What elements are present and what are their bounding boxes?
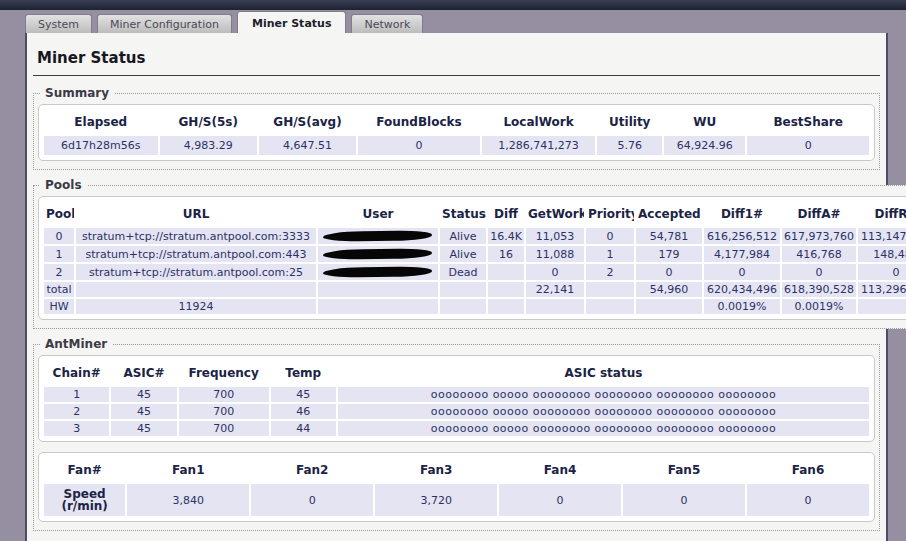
pool-1-user bbox=[318, 246, 438, 262]
pools-header-diffa: DiffA# bbox=[782, 202, 856, 226]
pool-1-id: 1 bbox=[44, 246, 74, 262]
pool-0-diffa: 617,973,760 bbox=[782, 228, 856, 244]
chain-2-temp: 46 bbox=[271, 404, 336, 419]
summary-header-wu: WU bbox=[664, 110, 745, 134]
pool-hw-value: 11924 bbox=[76, 299, 316, 314]
fan2-speed: 0 bbox=[251, 484, 373, 516]
redacted-user-marker bbox=[323, 248, 432, 259]
pools-header-status: Status bbox=[440, 202, 486, 226]
pool-hw-getworks bbox=[526, 299, 584, 314]
pool-total-diff1: 620,434,496 bbox=[704, 282, 780, 297]
summary-header-localwork: LocalWork bbox=[482, 110, 596, 134]
chain-table: Chain# ASIC# Frequency Temp ASIC status … bbox=[42, 359, 871, 438]
pool-1-diffr: 148,480 bbox=[858, 246, 906, 262]
tab-miner-status[interactable]: Miner Status bbox=[237, 11, 347, 33]
pool-2-getworks: 0 bbox=[526, 264, 584, 280]
pool-1-priority: 1 bbox=[586, 246, 634, 262]
pool-total-getworks: 22,141 bbox=[526, 282, 584, 297]
pools-header-pool: Pool bbox=[44, 202, 74, 226]
fan5-speed: 0 bbox=[623, 484, 745, 516]
summary-value-ghs5s: 4,983.29 bbox=[160, 136, 257, 155]
fan-table-wrapper: Fan# Fan1 Fan2 Fan3 Fan4 Fan5 Fan6 Speed… bbox=[38, 452, 875, 522]
chain-header-asic-status: ASIC status bbox=[338, 361, 869, 385]
pool-row-0: 0 stratum+tcp://stratum.antpool.com:3333… bbox=[44, 228, 906, 244]
pool-total-user bbox=[318, 282, 438, 297]
chain-row-3: 3 45 700 44 oooooooo ooooo oooooooo oooo… bbox=[44, 421, 869, 436]
pool-2-diffa: 0 bbox=[782, 264, 856, 280]
tab-network[interactable]: Network bbox=[351, 14, 423, 33]
summary-header-elapsed: Elapsed bbox=[44, 110, 158, 134]
pool-1-accepted: 179 bbox=[636, 246, 702, 262]
pool-hw-row: HW 11924 0.0019% 0.0019% bbox=[44, 299, 906, 314]
pool-2-status: Dead bbox=[440, 264, 486, 280]
pools-table: Pool URL User Status Diff GetWorks Prior… bbox=[42, 200, 906, 316]
chain-3-id: 3 bbox=[44, 421, 109, 436]
summary-section: Summary Elapsed GH/S(5s) GH/S(avg) Found… bbox=[33, 86, 880, 170]
chain-header-temp: Temp bbox=[271, 361, 336, 385]
fan6-speed: 0 bbox=[747, 484, 869, 516]
summary-header-ghsavg: GH/S(avg) bbox=[259, 110, 356, 134]
pools-header-diff1: Diff1# bbox=[704, 202, 780, 226]
tab-bar: System Miner Configuration Miner Status … bbox=[25, 13, 906, 33]
pool-total-diff bbox=[488, 282, 524, 297]
fan-header-fan6: Fan6 bbox=[747, 458, 869, 482]
pool-hw-diffr bbox=[858, 299, 906, 314]
chain-1-frequency: 700 bbox=[179, 387, 269, 402]
chain-3-asic-status: oooooooo ooooo oooooooo oooooooo ooooooo… bbox=[338, 421, 869, 436]
summary-table: Elapsed GH/S(5s) GH/S(avg) FoundBlocks L… bbox=[42, 108, 871, 157]
tab-system[interactable]: System bbox=[25, 14, 92, 33]
fan-table: Fan# Fan1 Fan2 Fan3 Fan4 Fan5 Fan6 Speed… bbox=[42, 456, 871, 518]
pool-hw-diff bbox=[488, 299, 524, 314]
chain-2-asic-status: oooooooo ooooo oooooooo oooooooo ooooooo… bbox=[338, 404, 869, 419]
fan-header-fan2: Fan2 bbox=[251, 458, 373, 482]
pools-header-row: Pool URL User Status Diff GetWorks Prior… bbox=[44, 202, 906, 226]
pool-hw-accepted bbox=[636, 299, 702, 314]
summary-value-ghsavg: 4,647.51 bbox=[259, 136, 356, 155]
pool-0-getworks: 11,053 bbox=[526, 228, 584, 244]
chain-3-frequency: 700 bbox=[179, 421, 269, 436]
pools-header-diffr: DiffR# bbox=[858, 202, 906, 226]
pools-header-user: User bbox=[318, 202, 438, 226]
pool-1-diff1: 4,177,984 bbox=[704, 246, 780, 262]
top-bar bbox=[0, 0, 906, 10]
pool-hw-diffa-pct: 0.0019% bbox=[782, 299, 856, 314]
pool-0-diff: 16.4K bbox=[488, 228, 524, 244]
pool-0-url: stratum+tcp://stratum.antpool.com:3333 bbox=[76, 228, 316, 244]
tab-miner-configuration[interactable]: Miner Configuration bbox=[97, 14, 232, 33]
chain-1-asic: 45 bbox=[111, 387, 176, 402]
pools-header-priority: Priority bbox=[586, 202, 634, 226]
pool-1-diffa: 416,768 bbox=[782, 246, 856, 262]
chain-row-1: 1 45 700 45 oooooooo ooooo oooooooo oooo… bbox=[44, 387, 869, 402]
pool-0-status: Alive bbox=[440, 228, 486, 244]
pools-header-diff: Diff bbox=[488, 202, 524, 226]
pool-hw-status bbox=[440, 299, 486, 314]
chain-1-temp: 45 bbox=[271, 387, 336, 402]
pool-1-diff: 16 bbox=[488, 246, 524, 262]
pool-hw-diff1-pct: 0.0019% bbox=[704, 299, 780, 314]
summary-value-utility: 5.76 bbox=[597, 136, 662, 155]
summary-table-wrapper: Elapsed GH/S(5s) GH/S(avg) FoundBlocks L… bbox=[38, 104, 875, 161]
pool-0-user bbox=[318, 228, 438, 244]
summary-header-utility: Utility bbox=[597, 110, 662, 134]
pool-total-url bbox=[76, 282, 316, 297]
pool-1-status: Alive bbox=[440, 246, 486, 262]
pool-row-1: 1 stratum+tcp://stratum.antpool.com:443 … bbox=[44, 246, 906, 262]
fan-header-fan1: Fan1 bbox=[127, 458, 249, 482]
fan-header-fan: Fan# bbox=[44, 458, 125, 482]
pool-2-diffr: 0 bbox=[858, 264, 906, 280]
pools-header-getworks: GetWorks bbox=[526, 202, 584, 226]
pool-1-url: stratum+tcp://stratum.antpool.com:443 bbox=[76, 246, 316, 262]
pool-2-id: 2 bbox=[44, 264, 74, 280]
summary-header-ghs5s: GH/S(5s) bbox=[160, 110, 257, 134]
pool-2-accepted: 0 bbox=[636, 264, 702, 280]
chain-row-2: 2 45 700 46 oooooooo ooooo oooooooo oooo… bbox=[44, 404, 869, 419]
pool-2-priority: 2 bbox=[586, 264, 634, 280]
fan4-speed: 0 bbox=[499, 484, 621, 516]
pool-0-diffr: 113,147,904 bbox=[858, 228, 906, 244]
chain-2-id: 2 bbox=[44, 404, 109, 419]
chain-header-frequency: Frequency bbox=[179, 361, 269, 385]
fan-header-fan3: Fan3 bbox=[375, 458, 497, 482]
summary-value-elapsed: 6d17h28m56s bbox=[44, 136, 158, 155]
chain-2-frequency: 700 bbox=[179, 404, 269, 419]
summary-value-bestshare: 0 bbox=[747, 136, 869, 155]
